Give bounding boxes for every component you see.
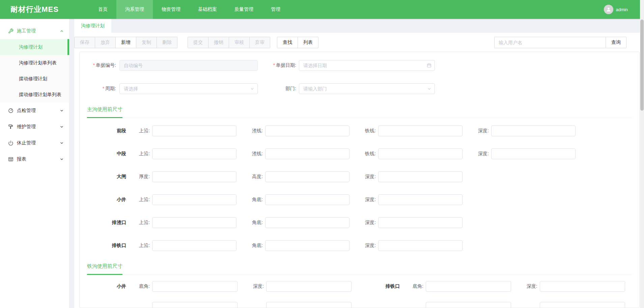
audit-button[interactable]: 审核 — [229, 37, 250, 48]
field-label: 深度: — [465, 128, 489, 134]
iron-well-bottom-corner-input[interactable] — [152, 281, 237, 292]
sidebar-group-construction[interactable]: 施工管理 — [0, 23, 69, 39]
doc-date-input[interactable] — [299, 60, 435, 71]
find-button[interactable]: 查找 — [277, 37, 298, 48]
gate-depth-input[interactable] — [378, 171, 463, 182]
sidebar-group-label: 点检管理 — [17, 108, 36, 114]
sidebar-group-suspension[interactable]: 休止管理 — [0, 135, 69, 151]
front-depth-input[interactable] — [491, 125, 576, 136]
period-label: *周期: — [80, 86, 116, 92]
revoke-button[interactable]: 撤销 — [208, 37, 229, 48]
dim-row-front: 前段 上沿: 渣线: 铁线: 深度: — [80, 125, 639, 136]
add-button[interactable]: 新增 — [115, 37, 136, 48]
doc-no-input[interactable] — [119, 60, 258, 71]
field-label: 角底: — [239, 220, 263, 226]
chevron-up-icon — [60, 29, 64, 33]
iron-outlet-bottom-corner-input[interactable] — [426, 281, 511, 292]
wrench-icon — [8, 28, 13, 34]
section-main-trench: 主沟使用前尺寸 — [87, 106, 632, 118]
chevron-down-icon — [60, 157, 64, 161]
partial-input-4[interactable] — [540, 302, 625, 308]
iron-outlet-top-edge-input[interactable] — [152, 240, 236, 251]
sidebar-item-swing-repair-plan[interactable]: 摆动修理计划 — [0, 71, 69, 87]
sidebar-item-trench-repair-plan-list[interactable]: 沟修理计划单列表 — [0, 55, 69, 71]
row-name: 排铁口 — [80, 243, 126, 249]
unaudit-button[interactable]: 弃审 — [249, 37, 270, 48]
dim-row-iron-trench: 小井 底角: 深度: 排铁口 底角: 深度: — [80, 281, 639, 292]
nav-item-quality-mgmt[interactable]: 质量管理 — [226, 0, 262, 19]
field-label: 底角: — [126, 283, 150, 289]
front-iron-line-input[interactable] — [378, 125, 463, 136]
front-top-edge-input[interactable] — [152, 125, 236, 136]
scrollbar-thumb[interactable] — [640, 20, 644, 111]
sidebar-submenu: 沟修理计划 沟修理计划单列表 摆动修理计划 摆动修理计划单列表 — [0, 39, 69, 103]
section-iron-trench: 铁沟使用前尺寸 — [87, 263, 632, 275]
field-label: 深度: — [465, 151, 489, 157]
nav-item-trench-mgmt[interactable]: 沟系管理 — [116, 0, 153, 19]
period-select[interactable] — [119, 83, 258, 94]
dept-select[interactable] — [299, 83, 435, 94]
search-input[interactable] — [494, 37, 606, 48]
field-label: 渣线: — [239, 128, 263, 134]
iron-outlet-depth-input[interactable] — [378, 240, 463, 251]
doc-actions-group: 保存 放弃 新增 复制 删除 — [74, 37, 177, 48]
nav-item-material-mgmt[interactable]: 物资管理 — [153, 0, 189, 19]
sidebar-group-spot-check[interactable]: 点检管理 — [0, 103, 69, 119]
field-label: 角底: — [239, 243, 263, 249]
sidebar-group-reports[interactable]: 报表 — [0, 151, 69, 167]
user-menu[interactable]: admin — [604, 0, 628, 19]
discard-button[interactable]: 放弃 — [95, 37, 116, 48]
doc-date-label: *单据日期: — [258, 62, 296, 68]
tab-trench-repair-plan[interactable]: 沟修理计划 — [74, 19, 111, 33]
copy-button[interactable]: 复制 — [136, 37, 157, 48]
save-button[interactable]: 保存 — [74, 37, 95, 48]
field-label: 深度: — [514, 283, 537, 289]
gauge-icon — [8, 108, 13, 113]
submit-button[interactable]: 提交 — [188, 37, 208, 48]
gate-thickness-input[interactable] — [152, 171, 236, 182]
field-label: 上沿: — [126, 151, 150, 157]
form-card: *单据编号: *单据日期: *周期: — [79, 52, 640, 308]
well-depth-input[interactable] — [378, 194, 463, 205]
sidebar-item-swing-repair-plan-list[interactable]: 摆动修理计划单列表 — [0, 87, 69, 103]
slag-outlet-corner-bottom-input[interactable] — [265, 217, 349, 228]
well-top-edge-input[interactable] — [152, 194, 236, 205]
dim-row-slag-outlet: 排渣口 上沿: 角底: 深度: — [80, 217, 639, 228]
dim-row-iron-outlet: 排铁口 上沿: 角底: 深度: — [80, 240, 639, 251]
user-name: admin — [616, 7, 628, 12]
field-label: 上沿: — [126, 197, 150, 203]
paint-roller-icon — [8, 124, 13, 130]
top-nav: 首页 沟系管理 物资管理 基础档案 质量管理 管理 — [89, 0, 289, 19]
partial-input-1[interactable] — [152, 302, 237, 308]
field-label: 上沿: — [126, 128, 150, 134]
delete-button[interactable]: 删除 — [157, 37, 177, 48]
gate-height-input[interactable] — [265, 171, 349, 182]
sidebar-group-maintenance[interactable]: 维护管理 — [0, 119, 69, 135]
partial-input-3[interactable] — [426, 302, 511, 308]
front-slag-line-input[interactable] — [265, 125, 349, 136]
nav-item-base-archives[interactable]: 基础档案 — [189, 0, 226, 19]
section-title: 铁沟使用前尺寸 — [87, 263, 122, 275]
main-content: 保存 放弃 新增 复制 删除 提交 撤销 审核 弃审 查找 列表 — [74, 33, 644, 308]
slag-outlet-top-edge-input[interactable] — [152, 217, 236, 228]
middle-top-edge-input[interactable] — [152, 148, 236, 159]
iron-well-depth-input[interactable] — [266, 281, 352, 292]
iron-outlet-corner-bottom-input[interactable] — [265, 240, 349, 251]
query-button[interactable]: 查询 — [606, 37, 626, 48]
sidebar-item-trench-repair-plan[interactable]: 沟修理计划 — [0, 39, 69, 55]
list-button[interactable]: 列表 — [298, 37, 318, 48]
middle-iron-line-input[interactable] — [378, 148, 463, 159]
field-label: 厚度: — [126, 174, 150, 180]
partial-input-2[interactable] — [266, 302, 352, 308]
field-label: 上沿: — [126, 220, 150, 226]
well-corner-bottom-input[interactable] — [265, 194, 349, 205]
row-name: 排铁口 — [354, 283, 400, 289]
nav-item-admin[interactable]: 管理 — [262, 0, 289, 19]
middle-depth-input[interactable] — [491, 148, 576, 159]
slag-outlet-depth-input[interactable] — [378, 217, 463, 228]
middle-slag-line-input[interactable] — [265, 148, 349, 159]
vertical-scrollbar[interactable] — [640, 0, 644, 308]
nav-item-home[interactable]: 首页 — [89, 0, 116, 19]
iron-outlet-depth2-input[interactable] — [540, 281, 625, 292]
dim-row-gate: 大闸 厚度: 高度: 深度: — [80, 171, 639, 182]
